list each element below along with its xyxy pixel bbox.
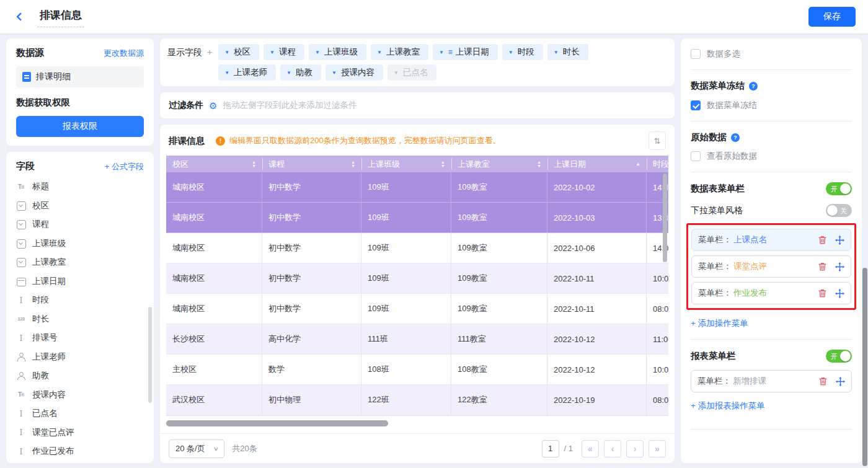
report-permission-button[interactable]: 报表权限: [16, 116, 144, 137]
display-field-chip[interactable]: ▼ ≡ 授课内容: [326, 64, 383, 81]
trash-icon[interactable]: [818, 262, 827, 272]
help-icon[interactable]: ?: [731, 133, 740, 142]
toggle-knob: [827, 205, 838, 216]
field-item[interactable]: 校区: [16, 196, 144, 216]
move-icon[interactable]: [835, 236, 844, 245]
table-vertical-scrollbar[interactable]: [663, 174, 667, 262]
display-field-chip[interactable]: ▼ ≡ 助教: [280, 64, 321, 81]
move-icon[interactable]: [836, 377, 845, 386]
field-label: 上课日期: [32, 276, 66, 287]
field-item[interactable]: 标题: [16, 177, 144, 196]
menu-bar-item[interactable]: 菜单栏： 课堂点评: [691, 255, 851, 278]
trash-icon[interactable]: [818, 376, 828, 386]
field-item[interactable]: 上课日期: [16, 272, 144, 291]
help-icon[interactable]: ?: [749, 82, 758, 91]
column-sort-icon[interactable]: ▲▼: [248, 161, 256, 167]
dropdown-style-toggle[interactable]: 关: [826, 204, 852, 217]
raw-data-option[interactable]: 查看原始数据: [691, 151, 852, 162]
table-row[interactable]: 城南校区 初中数学 109班 109教室 2022-10-03 13:00-1: [166, 203, 668, 233]
field-item[interactable]: 授课内容: [16, 386, 144, 405]
freeze-title-text: 数据菜单冻结: [691, 80, 745, 92]
field-item[interactable]: 上课老师: [16, 348, 144, 367]
column-header[interactable]: 上课班级 ▲▼: [361, 156, 451, 172]
field-item[interactable]: 排课号: [16, 329, 144, 348]
display-field-chip[interactable]: ▼ ≡ 上课教室: [371, 44, 428, 60]
move-icon[interactable]: [835, 289, 844, 298]
add-report-menu-link[interactable]: + 添加报表操作菜单: [691, 400, 852, 412]
move-icon[interactable]: [835, 262, 844, 272]
table-row[interactable]: 城南校区 初中数学 109班 109教室 2022-10-11 08:00-0: [166, 294, 668, 324]
page-number-box[interactable]: 1: [542, 440, 559, 457]
column-header[interactable]: 上课教室 ▲▼: [451, 156, 547, 172]
field-item[interactable]: 上课教室: [16, 253, 144, 272]
display-field-chip[interactable]: ▼ ≡ 时长: [547, 44, 588, 60]
field-item[interactable]: 助教: [16, 366, 144, 386]
data-table: 校区 ▲▼ 课程 ▲▼ 上课班级 ▲▼: [166, 156, 668, 415]
trash-icon[interactable]: [818, 235, 827, 245]
total-count: 共20条: [232, 443, 257, 454]
column-sort-icon[interactable]: ▲▼: [347, 161, 355, 167]
display-field-chip[interactable]: ▼ ≡ 上课老师: [218, 64, 276, 81]
report-menu-toggle[interactable]: 开: [826, 350, 852, 363]
chip-label: 课程: [279, 46, 296, 58]
add-action-menu-link[interactable]: + 添加操作菜单: [691, 318, 852, 329]
datasource-item[interactable]: 排课明细: [16, 66, 144, 87]
column-header[interactable]: 上课日期 ▲▼: [547, 156, 647, 172]
field-item[interactable]: 课堂已点评: [16, 423, 144, 443]
table-menu-toggle[interactable]: 开: [826, 182, 852, 195]
display-field-chip[interactable]: ▼ ≡ 校区: [218, 44, 259, 60]
column-label: 上课教室: [458, 159, 490, 170]
pagination-nav-button[interactable]: «: [582, 440, 599, 457]
fields-scrollbar[interactable]: [148, 307, 152, 403]
divider: [691, 172, 852, 172]
column-header[interactable]: 时段 ▲▼: [647, 156, 668, 172]
table-row[interactable]: 城南校区 初中数学 109班 109教室 2022-10-06 14:00-1: [166, 233, 668, 263]
add-formula-field-link[interactable]: + 公式字段: [105, 161, 144, 172]
menu-bar-item[interactable]: 菜单栏： 新增排课: [691, 370, 852, 392]
display-field-chip[interactable]: ▼ ≡ 上课日期: [433, 44, 498, 60]
column-sort-icon[interactable]: ▲▼: [437, 161, 445, 167]
add-display-field-button[interactable]: +: [207, 47, 212, 81]
table-horizontal-scrollbar[interactable]: [166, 420, 388, 426]
back-button[interactable]: [12, 9, 29, 25]
pagination-nav-button[interactable]: ‹: [604, 440, 621, 457]
field-item[interactable]: 时段: [16, 291, 144, 310]
pagination-nav-button[interactable]: ›: [626, 440, 644, 457]
pagination-nav-button[interactable]: »: [649, 440, 666, 457]
table-row[interactable]: 城南校区 初中数学 109班 109教室 2022-10-11 10:00-1: [166, 263, 668, 294]
window-scrollbar[interactable]: [862, 268, 867, 466]
column-sort-icon[interactable]: ▲▼: [632, 162, 640, 166]
field-item[interactable]: 课程: [16, 215, 144, 234]
gear-icon[interactable]: ⚙: [209, 101, 217, 110]
display-field-chip[interactable]: ▼ ≡ 已点名: [388, 64, 436, 81]
column-header[interactable]: 课程 ▲▼: [262, 156, 361, 172]
table-row[interactable]: 长沙校区 高中化学 111班 111教室 2022-10-12 11:00-1: [166, 324, 668, 355]
display-field-chip[interactable]: ▼ ≡ 课程: [264, 44, 304, 60]
field-item[interactable]: 已点名: [16, 404, 144, 423]
display-field-chip[interactable]: ▼ ≡ 时段: [502, 44, 543, 60]
table-row[interactable]: 城南校区 初中数学 109班 109教室 2022-10-02 14:00-1: [166, 172, 668, 203]
change-datasource-link[interactable]: 更改数据源: [104, 48, 144, 59]
menu-bar-item[interactable]: 菜单栏： 上课点名: [691, 229, 851, 251]
freeze-checkbox[interactable]: [691, 100, 701, 110]
field-item[interactable]: 上课班级: [16, 234, 144, 254]
display-field-chip[interactable]: ▼ ≡ 上课班级: [309, 44, 366, 60]
table-row[interactable]: 武汉校区 初中物理 122班 122教室 2022-10-19 08:00-0: [166, 385, 668, 415]
column-sort-icon[interactable]: ▲▼: [533, 161, 541, 167]
chip-row-1: ▼ ≡ 校区 ▼ ≡ 课程 ▼ ≡: [218, 44, 588, 60]
field-item[interactable]: 作业已发布: [16, 442, 144, 461]
freeze-option[interactable]: 数据菜单冻结: [691, 100, 852, 111]
sort-toggle-button[interactable]: ⇅: [649, 131, 666, 150]
table-cell: 初中数学: [262, 294, 361, 324]
field-type-icon: [16, 408, 26, 418]
column-header[interactable]: 校区 ▲▼: [166, 156, 262, 172]
trash-icon[interactable]: [818, 288, 827, 298]
multi-select-checkbox[interactable]: [691, 49, 701, 59]
page-size-select[interactable]: 20 条/页 ∨: [169, 439, 224, 458]
save-button[interactable]: 保存: [808, 7, 856, 27]
table-row[interactable]: 主校区 数学 108班 108教室 2022-10-12 10:00-1: [166, 355, 668, 385]
field-item[interactable]: 时长: [16, 310, 144, 329]
raw-data-checkbox[interactable]: [691, 151, 701, 161]
multi-select-option[interactable]: 数据多选: [691, 48, 852, 60]
menu-bar-item[interactable]: 菜单栏： 作业发布: [691, 282, 851, 304]
